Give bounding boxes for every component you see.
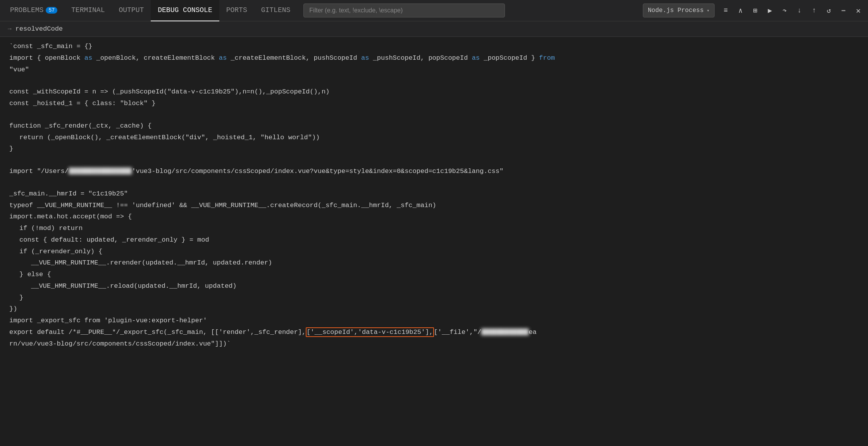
code-line: `const _sfc_main = {} [8, 41, 868, 52]
list-icon-button[interactable]: ≡ [719, 4, 732, 17]
step-over-button[interactable]: ↷ [778, 4, 791, 17]
code-line: const _hoisted_1 = { class: "block" } [8, 98, 868, 109]
tab-output[interactable]: OUTPUT [112, 0, 151, 21]
code-line: if (_rerender_only) { [8, 246, 868, 258]
tab-terminal[interactable]: TERMINAL [64, 0, 112, 21]
tab-problems-badge: 57 [46, 7, 57, 14]
tab-bar: PROBLEMS 57 TERMINAL OUTPUT DEBUG CONSOL… [0, 0, 868, 21]
chevron-down-icon: ▾ [707, 8, 710, 14]
resolved-code-label: resolvedCode [16, 25, 63, 33]
restart-icon: ↺ [827, 6, 831, 15]
tab-debug-console-label: DEBUG CONSOLE [158, 6, 212, 14]
tab-terminal-label: TERMINAL [71, 6, 105, 14]
tab-ports[interactable]: PORTS [219, 0, 254, 21]
code-line: } [8, 143, 868, 155]
code-line: const _withScopeId = n => (_pushScopeId(… [8, 86, 868, 98]
tab-gitlens[interactable]: GITLENS [254, 0, 298, 21]
code-line: import { openBlock as _openBlock, create… [8, 52, 868, 64]
code-line: typeof __VUE_HMR_RUNTIME__ !== 'undefine… [8, 200, 868, 211]
list-icon: ≡ [724, 7, 728, 14]
tab-output-label: OUTPUT [119, 6, 144, 14]
collapse-icon: ∧ [739, 6, 743, 15]
code-line: } [8, 292, 868, 304]
console-output[interactable]: `const _sfc_main = {} import { openBlock… [0, 37, 868, 444]
tab-debug-console[interactable]: DEBUG CONSOLE [151, 0, 219, 21]
step-over-icon: ↷ [783, 6, 787, 15]
filter-input[interactable] [303, 3, 505, 17]
step-out-icon: ↑ [812, 7, 816, 14]
process-selector[interactable]: Node.js Process ▾ [643, 3, 715, 17]
code-line: __VUE_HMR_RUNTIME__.reload(updated.__hmr… [8, 280, 868, 292]
arrow-icon: → [8, 26, 12, 33]
resolved-code-header: → resolvedCode [0, 21, 868, 37]
step-into-button[interactable]: ↓ [793, 4, 806, 17]
more-actions-button[interactable]: ⋯ [837, 4, 850, 17]
tab-problems[interactable]: PROBLEMS 57 [3, 0, 64, 21]
code-line: __VUE_HMR_RUNTIME__.rerender(updated.__h… [8, 257, 868, 269]
filter-area [303, 3, 636, 17]
tab-gitlens-label: GITLENS [261, 6, 291, 14]
close-panel-button[interactable]: ✕ [852, 4, 865, 17]
code-line: import "/Users/████████████████'vue3-blo… [8, 166, 868, 177]
code-line: } else { [8, 269, 868, 280]
code-line: }) [8, 303, 868, 315]
toolbar-icons: ≡ ∧ ⊞ ▶ ↷ ↓ ↑ ↺ ⋯ ✕ [719, 4, 865, 17]
process-selector-label: Node.js Process [648, 7, 704, 14]
restart-button[interactable]: ↺ [822, 4, 835, 17]
code-line: if (!mod) return [8, 223, 868, 234]
code-line: const { default: updated, _rerender_only… [8, 234, 868, 246]
grid-icon: ⊞ [753, 6, 758, 15]
play-icon: ▶ [768, 6, 772, 15]
expand-collapse-button[interactable]: ∧ [734, 4, 747, 17]
code-line-empty [8, 75, 868, 86]
code-line: import.meta.hot.accept(mod => { [8, 211, 868, 223]
grid-button[interactable]: ⊞ [749, 4, 762, 17]
close-icon: ✕ [856, 6, 861, 16]
code-line: _sfc_main.__hmrId = "c1c19b25" [8, 188, 868, 200]
play-button[interactable]: ▶ [763, 4, 777, 17]
code-line: rn/vue/vue3-blog/src/components/cssScope… [8, 338, 868, 350]
more-icon: ⋯ [842, 6, 846, 15]
code-line-empty [8, 109, 868, 120]
code-line: return (_openBlock(), _createElementBloc… [8, 132, 868, 143]
code-line: "vue" [8, 64, 868, 76]
tab-problems-label: PROBLEMS [10, 6, 43, 14]
code-line: function _sfc_render(_ctx, _cache) { [8, 120, 868, 132]
tab-ports-label: PORTS [226, 6, 247, 14]
step-into-icon: ↓ [797, 7, 802, 14]
code-line: import _export_sfc from 'plugin-vue:expo… [8, 315, 868, 327]
step-out-button[interactable]: ↑ [808, 4, 821, 17]
code-line-empty [8, 177, 868, 188]
code-line-export-default: export default /*#__PURE__*/_export_sfc(… [8, 327, 868, 338]
code-line-empty [8, 155, 868, 166]
